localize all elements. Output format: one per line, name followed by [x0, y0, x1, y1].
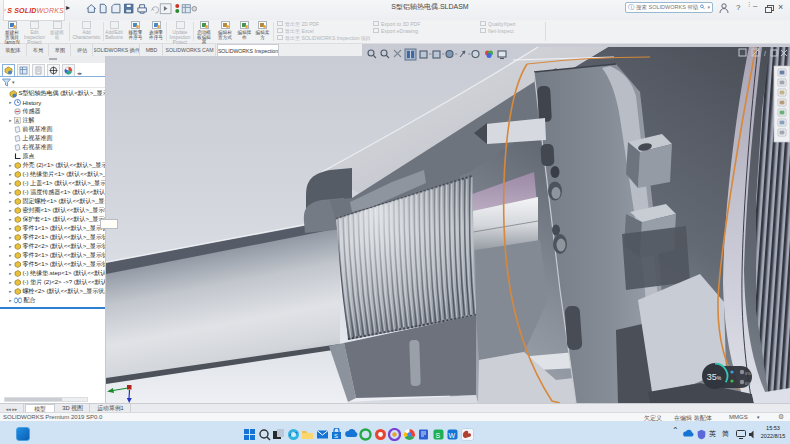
- svg-text:/: /: [764, 50, 766, 57]
- svg-text:6%: 6%: [745, 381, 751, 386]
- svg-text:W: W: [449, 432, 456, 439]
- svg-text:6%: 6%: [745, 371, 751, 376]
- svg-text:S: S: [435, 432, 440, 439]
- svg-text:S: S: [334, 433, 338, 439]
